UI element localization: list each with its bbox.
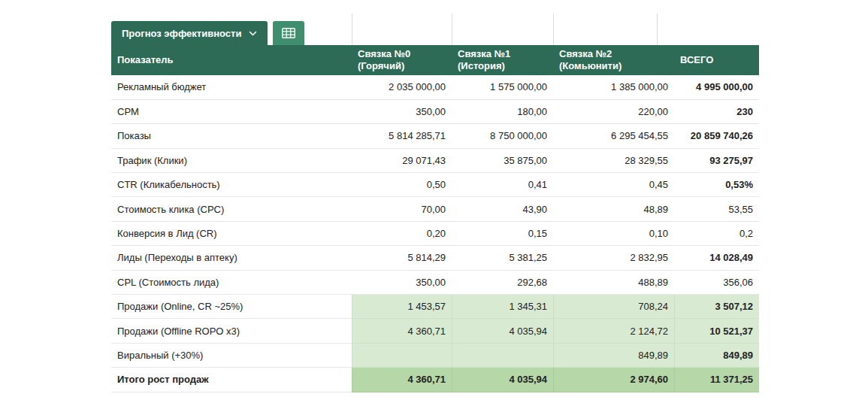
- cell-value: 0,10: [553, 221, 674, 245]
- metrics-table: ПоказательСвязка №0 (Горячий)Связка №1 (…: [111, 45, 759, 392]
- cell-value: 48,89: [553, 197, 674, 221]
- cell-value: 350,00: [352, 99, 452, 123]
- table-row: Лиды (Переходы в аптеку)5 814,295 381,25…: [111, 246, 759, 270]
- row-label: Итого рост продаж: [111, 368, 352, 392]
- cell-value: 4 035,94: [452, 319, 553, 343]
- cell-value: 220,00: [553, 99, 674, 123]
- column-header: Показатель: [111, 45, 352, 75]
- cell-value: 2 124,72: [553, 319, 674, 343]
- spreadsheet-canvas: { "widget": { "tab": { "label": "Прогноз…: [0, 0, 868, 409]
- table-row: Итого рост продаж4 360,714 035,942 974,6…: [111, 368, 759, 392]
- cell-value: 180,00: [452, 99, 553, 123]
- cell-total: 53,55: [674, 197, 759, 221]
- cell-value: 1 385 000,00: [553, 75, 674, 99]
- column-header: Связка №0 (Горячий): [352, 45, 452, 75]
- table-options-button[interactable]: [273, 21, 304, 45]
- cell-total: 20 859 740,26: [674, 124, 759, 148]
- row-label: Показы: [111, 124, 352, 148]
- table-row: Продажи (Online, CR ~25%)1 453,571 345,3…: [111, 295, 759, 319]
- table-row: CTR (Кликабельность)0,500,410,450,53%: [111, 173, 759, 197]
- row-label: Трафик (Клики): [111, 148, 352, 172]
- row-label: Продажи (Online, CR ~25%): [111, 295, 352, 319]
- table-row: CPL (Стоимость лида)350,00292,68488,8935…: [111, 270, 759, 294]
- chevron-down-icon: [249, 31, 257, 36]
- table-row: Трафик (Клики)29 071,4335 875,0028 329,5…: [111, 148, 759, 172]
- cell-total: 93 275,97: [674, 148, 759, 172]
- cell-value: [352, 343, 452, 367]
- cell-total: 356,06: [674, 270, 759, 294]
- cell-value: 2 832,95: [553, 246, 674, 270]
- cell-total: 4 995 000,00: [674, 75, 759, 99]
- row-label: CPM: [111, 99, 352, 123]
- cell-total: 11 371,25: [674, 368, 759, 392]
- table-body: Рекламный бюджет2 035 000,001 575 000,00…: [111, 75, 759, 392]
- row-label: CTR (Кликабельность): [111, 173, 352, 197]
- table-row: Конверсия в Лид (CR)0,200,150,100,2: [111, 221, 759, 245]
- cell-value: 0,50: [352, 173, 452, 197]
- cell-value: 6 295 454,55: [553, 124, 674, 148]
- cell-value: 2 035 000,00: [352, 75, 452, 99]
- cell-value: 8 750 000,00: [452, 124, 553, 148]
- cell-value: 849,89: [553, 343, 674, 367]
- cell-value: 4 360,71: [352, 319, 452, 343]
- cell-value: 350,00: [352, 270, 452, 294]
- row-label: Конверсия в Лид (CR): [111, 221, 352, 245]
- cell-value: [452, 343, 553, 367]
- forecast-tab[interactable]: Прогноз эффективности: [111, 21, 268, 45]
- cell-value: 4 360,71: [352, 368, 452, 392]
- cell-total: 230: [674, 99, 759, 123]
- cell-value: 35 875,00: [452, 148, 553, 172]
- cell-total: 14 028,49: [674, 246, 759, 270]
- table-row: Стоимость клика (CPC)70,0043,9048,8953,5…: [111, 197, 759, 221]
- cell-value: 43,90: [452, 197, 553, 221]
- column-header: Связка №1 (История): [452, 45, 553, 75]
- table-row: Виральный (+30%)849,89849,89: [111, 343, 759, 367]
- cell-total: 849,89: [674, 343, 759, 367]
- cell-value: 2 974,60: [553, 368, 674, 392]
- row-label: Стоимость клика (CPC): [111, 197, 352, 221]
- cell-value: 5 381,25: [452, 246, 553, 270]
- table-header-row: ПоказательСвязка №0 (Горячий)Связка №1 (…: [111, 45, 759, 75]
- cell-value: 0,45: [553, 173, 674, 197]
- cell-value: 488,89: [553, 270, 674, 294]
- tab-label: Прогноз эффективности: [122, 28, 241, 39]
- cell-value: 70,00: [352, 197, 452, 221]
- row-label: Рекламный бюджет: [111, 75, 352, 99]
- cell-value: 5 814,29: [352, 246, 452, 270]
- cell-value: 0,41: [452, 173, 553, 197]
- row-label: CPL (Стоимость лида): [111, 270, 352, 294]
- cell-value: 1 345,31: [452, 295, 553, 319]
- cell-total: 0,53%: [674, 173, 759, 197]
- row-label: Виральный (+30%): [111, 343, 352, 367]
- row-label: Продажи (Offline ROPO x3): [111, 319, 352, 343]
- cell-value: 1 453,57: [352, 295, 452, 319]
- table-grid-icon: [282, 28, 295, 38]
- row-label: Лиды (Переходы в аптеку): [111, 246, 352, 270]
- cell-total: 10 521,37: [674, 319, 759, 343]
- cell-value: 0,20: [352, 221, 452, 245]
- cell-value: 29 071,43: [352, 148, 452, 172]
- table-row: Продажи (Offline ROPO x3)4 360,714 035,9…: [111, 319, 759, 343]
- table-row: Рекламный бюджет2 035 000,001 575 000,00…: [111, 75, 759, 99]
- cell-value: 292,68: [452, 270, 553, 294]
- cell-value: 1 575 000,00: [452, 75, 553, 99]
- column-header: Связка №2 (Комьюнити): [553, 45, 674, 75]
- cell-value: 708,24: [553, 295, 674, 319]
- column-header: ВСЕГО: [674, 45, 759, 75]
- cell-total: 3 507,12: [674, 295, 759, 319]
- table-row: CPM350,00180,00220,00230: [111, 99, 759, 123]
- table-widget: Прогноз эффективности: [111, 21, 759, 392]
- cell-value: 4 035,94: [452, 368, 553, 392]
- cell-value: 28 329,55: [553, 148, 674, 172]
- cell-total: 0,2: [674, 221, 759, 245]
- cell-value: 0,15: [452, 221, 553, 245]
- widget-tab-bar: Прогноз эффективности: [111, 21, 759, 45]
- cell-value: 5 814 285,71: [352, 124, 452, 148]
- table-row: Показы5 814 285,718 750 000,006 295 454,…: [111, 124, 759, 148]
